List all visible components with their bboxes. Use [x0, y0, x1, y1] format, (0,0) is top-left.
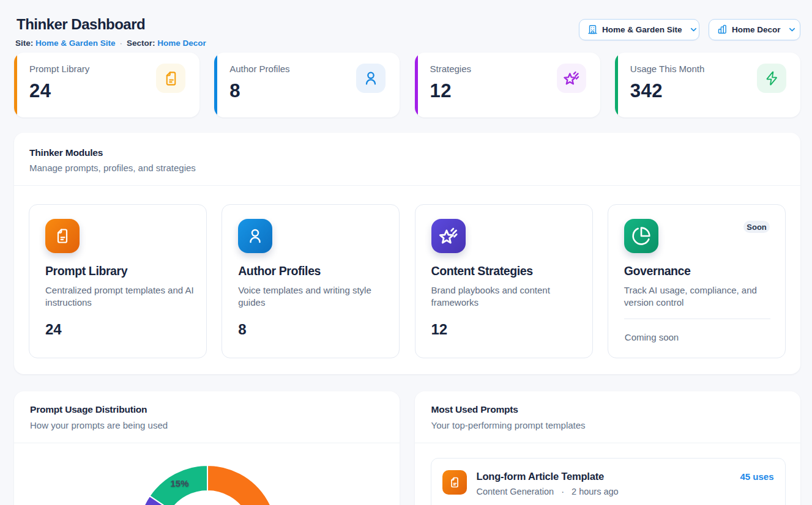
- svg-text:15%: 15%: [170, 478, 188, 488]
